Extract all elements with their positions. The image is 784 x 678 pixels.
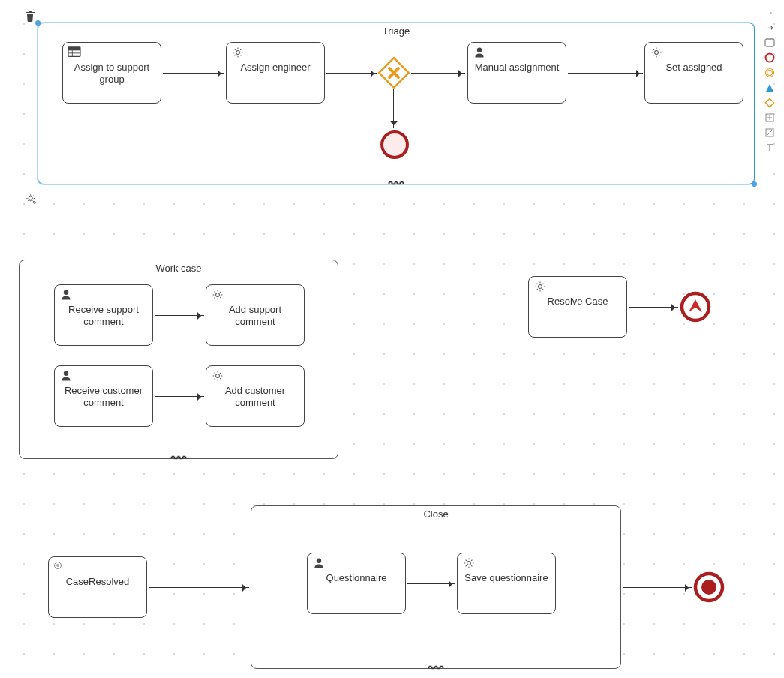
task-add-customer-comment[interactable]: Add customer comment xyxy=(206,365,305,427)
service-task-icon xyxy=(231,46,245,58)
svg-point-9 xyxy=(655,51,659,55)
terminate-end-event[interactable] xyxy=(693,572,725,603)
svg-rect-20 xyxy=(765,39,774,46)
task-label: Receive customer comment xyxy=(59,385,148,408)
task-set-assigned[interactable]: Set assigned xyxy=(644,42,743,104)
palette-text-icon[interactable] xyxy=(763,142,776,153)
sequence-flow[interactable] xyxy=(623,587,692,588)
subprocess-label: Triage xyxy=(38,26,754,37)
user-task-icon xyxy=(312,557,326,569)
task-label: Receive support comment xyxy=(59,304,148,327)
svg-point-21 xyxy=(766,54,774,62)
svg-point-17 xyxy=(467,562,471,566)
service-task-icon xyxy=(533,280,547,292)
svg-point-13 xyxy=(216,374,220,378)
selection-handle[interactable] xyxy=(752,182,757,187)
palette-expand-icon[interactable] xyxy=(763,112,776,123)
adhoc-marker-icon: 〰 xyxy=(171,451,186,466)
escalation-end-event[interactable] xyxy=(680,291,711,322)
svg-point-14 xyxy=(539,285,542,289)
subprocess-label: Work case xyxy=(20,262,338,274)
palette-intermediate-event-icon[interactable] xyxy=(763,68,776,78)
palette-solid-flow-icon[interactable]: → xyxy=(763,8,776,18)
task-assign-engineer[interactable]: Assign engineer xyxy=(226,42,325,104)
sequence-flow[interactable] xyxy=(149,587,249,588)
task-label: Resolve Case xyxy=(533,296,622,308)
subprocess-label: Close xyxy=(251,508,620,520)
sequence-flow[interactable] xyxy=(407,584,455,584)
delete-icon[interactable] xyxy=(24,10,36,22)
error-end-event[interactable] xyxy=(380,130,410,160)
palette-gateway-icon[interactable] xyxy=(763,98,776,108)
svg-rect-24 xyxy=(765,98,773,106)
svg-point-19 xyxy=(701,580,716,595)
sequence-flow[interactable] xyxy=(411,73,465,74)
settings-icon[interactable] xyxy=(26,194,38,206)
sequence-flow[interactable] xyxy=(568,73,643,74)
task-label: Save questionnaire xyxy=(462,572,551,584)
svg-point-16 xyxy=(317,559,321,563)
palette-escalation-icon[interactable] xyxy=(763,82,776,93)
exclusive-gateway[interactable] xyxy=(377,56,410,89)
svg-point-5 xyxy=(236,51,240,55)
task-label: Set assigned xyxy=(650,62,738,74)
context-palette: → ⇢ xyxy=(760,8,779,153)
service-task-icon xyxy=(650,46,663,58)
sequence-flow[interactable] xyxy=(155,396,204,397)
task-receive-customer-comment[interactable]: Receive customer comment xyxy=(54,365,153,427)
task-marker-icon xyxy=(54,562,62,569)
task-label: Assign to support group xyxy=(68,62,156,85)
subprocess-triage[interactable]: Triage 〰 Assign to support group Assign … xyxy=(38,22,755,184)
task-label: Manual assignment xyxy=(473,62,561,74)
user-task-icon xyxy=(59,289,73,301)
business-rule-task-icon xyxy=(68,46,81,58)
task-assign-support-group[interactable]: Assign to support group xyxy=(62,42,161,104)
palette-end-event-icon[interactable] xyxy=(763,52,776,63)
svg-point-11 xyxy=(216,293,220,297)
svg-rect-2 xyxy=(68,47,80,50)
task-receive-support-comment[interactable]: Receive support comment xyxy=(54,284,153,346)
svg-point-12 xyxy=(64,371,68,376)
task-label: CaseResolved xyxy=(53,576,142,588)
service-task-icon xyxy=(211,370,224,382)
selection-handle[interactable] xyxy=(35,20,41,26)
bpmn-canvas[interactable]: Triage 〰 Assign to support group Assign … xyxy=(0,0,784,678)
task-label: Questionnaire xyxy=(312,572,401,584)
adhoc-marker-icon: 〰 xyxy=(428,661,443,676)
sequence-flow[interactable] xyxy=(393,89,394,128)
task-questionnaire[interactable]: Questionnaire xyxy=(307,553,406,614)
task-label: Add customer comment xyxy=(211,385,299,408)
subprocess-close[interactable]: Close 〰 Questionnaire Save questionnaire xyxy=(251,506,621,669)
adhoc-marker-icon: 〰 xyxy=(389,176,404,191)
palette-annotation-icon[interactable] xyxy=(763,128,776,138)
sequence-flow[interactable] xyxy=(163,73,224,74)
svg-point-0 xyxy=(34,202,36,204)
task-resolve-case[interactable]: Resolve Case xyxy=(528,276,627,338)
task-manual-assignment[interactable]: Manual assignment xyxy=(467,42,566,104)
sequence-flow[interactable] xyxy=(155,315,204,316)
sequence-flow[interactable] xyxy=(629,307,678,308)
palette-dashed-flow-icon[interactable]: ⇢ xyxy=(763,22,776,33)
task-label: Assign engineer xyxy=(231,62,320,74)
task-save-questionnaire[interactable]: Save questionnaire xyxy=(457,553,556,614)
palette-task-icon[interactable] xyxy=(763,38,776,48)
task-case-resolved[interactable]: CaseResolved xyxy=(48,556,147,618)
task-label: Add support comment xyxy=(211,304,299,327)
svg-point-23 xyxy=(767,70,773,76)
user-task-icon xyxy=(473,46,486,58)
svg-point-7 xyxy=(382,132,407,158)
subprocess-workcase[interactable]: Work case 〰 Receive support comment Add … xyxy=(19,260,338,459)
service-task-icon xyxy=(462,557,476,569)
svg-point-10 xyxy=(64,290,68,295)
sequence-flow[interactable] xyxy=(326,73,377,74)
task-add-support-comment[interactable]: Add support comment xyxy=(206,284,305,346)
service-task-icon xyxy=(211,289,224,301)
svg-point-8 xyxy=(477,48,482,52)
user-task-icon xyxy=(59,370,73,382)
